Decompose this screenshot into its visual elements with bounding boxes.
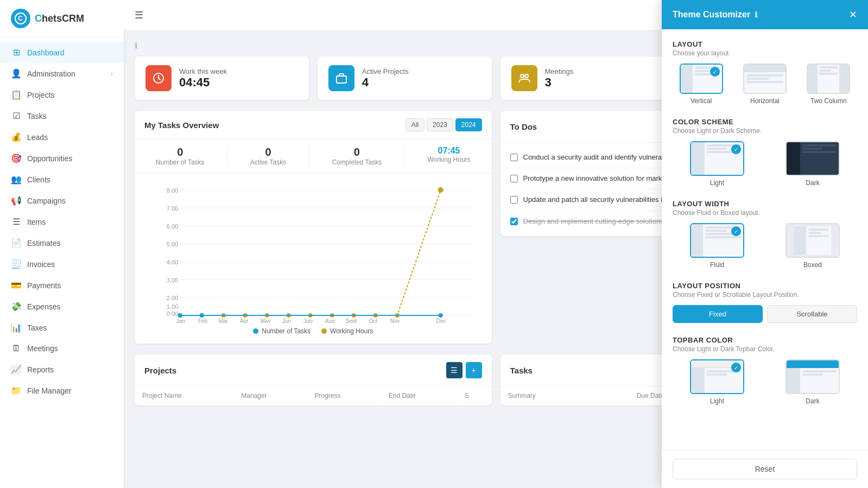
filter-all-btn[interactable]: All: [406, 118, 425, 131]
sidebar-item-tasks[interactable]: ☑ Tasks: [0, 105, 124, 126]
layout-horizontal-label: Horizontal: [750, 97, 780, 105]
filter-buttons: All 2023 2024: [406, 118, 482, 131]
sidebar-item-meetings[interactable]: 🗓 Meetings: [0, 338, 124, 359]
reset-btn[interactable]: Reset: [673, 459, 857, 479]
topbar-dark-option[interactable]: Dark: [768, 359, 857, 405]
invoices-icon: 🧾: [11, 259, 22, 269]
sidebar-item-label: Opportunities: [27, 154, 72, 163]
sidebar-item-label: Leads: [27, 133, 48, 142]
theme-customizer: Theme Customizer ℹ ✕ LAYOUT Choose your …: [662, 0, 868, 488]
position-scrollable-btn[interactable]: Scrollable: [767, 305, 857, 323]
layout-twocol-label: Two Column: [810, 97, 847, 105]
sidebar-item-payments[interactable]: 💳 Payments: [0, 275, 124, 296]
width-fluid-label: Fluid: [710, 261, 724, 269]
col-end-date: End Date: [382, 388, 457, 404]
svg-text:7.00: 7.00: [167, 205, 178, 212]
stat-label: Work this week: [179, 67, 227, 75]
theme-header: Theme Customizer ℹ ✕: [662, 0, 868, 29]
topbar-color-desc: Choose Light or Dark Topbar Color.: [673, 345, 857, 353]
sidebar-item-invoices[interactable]: 🧾 Invoices: [0, 253, 124, 275]
num-tasks-label: Number of Tasks: [156, 159, 205, 166]
todo-checkbox-4[interactable]: [510, 218, 518, 225]
todo-checkbox-1[interactable]: [510, 154, 518, 161]
layout-vertical-option[interactable]: ✓ Vertical: [673, 64, 730, 105]
sidebar-item-label: Reports: [27, 365, 54, 374]
layout-position-desc: Choose Fixed or Scrollable Layout Positi…: [673, 291, 857, 299]
layout-horizontal-option[interactable]: Horizontal: [736, 64, 793, 105]
layout-vertical-label: Vertical: [690, 97, 712, 105]
theme-close-btn[interactable]: ✕: [849, 9, 857, 21]
sidebar-item-items[interactable]: ☰ Items: [0, 211, 124, 232]
meetings-icon: 🗓: [11, 344, 22, 353]
sidebar-item-label: Estimates: [27, 239, 60, 248]
work-timer-icon: [145, 65, 172, 91]
scheme-dark-thumb: [785, 141, 840, 176]
leads-icon: 💰: [11, 132, 22, 142]
active-tasks-value: 0: [250, 146, 286, 159]
stat-card-work-week-1: Work this week 04:45: [135, 56, 309, 100]
sidebar-item-projects[interactable]: 📋 Projects: [0, 84, 124, 105]
sidebar-item-clients[interactable]: 👥 Clients: [0, 169, 124, 190]
topbar-light-option[interactable]: ✓ Light: [673, 359, 762, 405]
todo-checkbox-2[interactable]: [510, 175, 518, 182]
theme-body: LAYOUT Choose your layout ✓: [662, 29, 868, 449]
stat-card-meetings: Meetings 3: [500, 56, 675, 100]
topbar-dark-thumb: [785, 359, 840, 394]
working-hours-label: Working Hours: [427, 156, 470, 163]
tasks-overview-card: My Tasks Overview All 2023 2024 0 Number…: [135, 111, 492, 344]
projects-list-btn[interactable]: ☰: [446, 362, 462, 378]
svg-text:Sept: Sept: [346, 318, 357, 323]
legend-dot-tasks: [253, 328, 258, 334]
legend-tasks-label: Number of Tasks: [262, 327, 311, 335]
svg-text:July: July: [303, 318, 313, 323]
sidebar-item-label: Dashboard: [27, 48, 65, 57]
sidebar-item-file-manager[interactable]: 📁 File Manager: [0, 380, 124, 401]
working-hours-value: 07:45: [427, 146, 470, 156]
width-boxed-option[interactable]: Boxed: [768, 223, 857, 269]
position-fixed-btn[interactable]: Fixed: [673, 305, 763, 323]
sidebar-item-dashboard[interactable]: ⊞ Dashboard: [0, 42, 124, 63]
dashboard-icon: ⊞: [11, 47, 22, 58]
sidebar-item-campaigns[interactable]: 📢 Campaigns: [0, 190, 124, 211]
sidebar-item-taxes[interactable]: 📊 Taxes: [0, 317, 124, 338]
sidebar-item-opportunities[interactable]: 🎯 Opportunities: [0, 148, 124, 169]
svg-point-38: [439, 313, 443, 318]
logo[interactable]: C ChetsCRM: [0, 0, 124, 37]
svg-point-5: [525, 74, 528, 78]
stat-value: 04:45: [179, 75, 227, 90]
layout-twocol-option[interactable]: Two Column: [800, 64, 857, 105]
svg-text:4.00: 4.00: [167, 259, 178, 265]
svg-text:6.00: 6.00: [167, 223, 178, 230]
color-scheme-desc: Choose Light or Dark Scheme.: [673, 127, 857, 135]
svg-text:Aug: Aug: [325, 318, 335, 323]
expenses-icon: 💸: [11, 301, 22, 312]
legend-tasks: Number of Tasks: [253, 327, 311, 335]
add-project-btn[interactable]: +: [466, 362, 482, 378]
check-icon: ✓: [731, 363, 741, 372]
filter-2024-btn[interactable]: 2024: [455, 118, 482, 131]
layout-width-section: LAYOUT WIDTH Choose Fluid or Boxed layou…: [673, 200, 857, 269]
sidebar-item-administration[interactable]: 👤 Administration ›: [0, 63, 124, 84]
layout-horizontal-thumb: [743, 64, 787, 94]
logo-text: ChetsCRM: [35, 13, 84, 24]
chart-legend: Number of Tasks Working Hours: [143, 323, 483, 335]
scheme-light-option[interactable]: ✓ Light: [673, 141, 762, 187]
filter-2023-btn[interactable]: 2023: [427, 118, 453, 131]
theme-info-icon[interactable]: ℹ: [755, 10, 757, 19]
sidebar-item-leads[interactable]: 💰 Leads: [0, 126, 124, 148]
scheme-dark-option[interactable]: Dark: [768, 141, 857, 187]
sidebar-item-reports[interactable]: 📈 Reports: [0, 359, 124, 380]
theme-title: Theme Customizer ℹ: [673, 10, 757, 20]
sidebar-item-estimates[interactable]: 📄 Estimates: [0, 232, 124, 253]
svg-text:Jan: Jan: [176, 318, 185, 323]
svg-text:0.00: 0.00: [167, 310, 178, 317]
svg-text:C: C: [18, 15, 23, 22]
working-hours-stat: 07:45 Working Hours: [427, 146, 470, 166]
sidebar-item-label: Campaigns: [27, 197, 66, 205]
sidebar-item-expenses[interactable]: 💸 Expenses: [0, 296, 124, 317]
position-options: Fixed Scrollable: [673, 305, 857, 323]
width-boxed-label: Boxed: [803, 261, 822, 269]
width-fluid-option[interactable]: ✓ Fluid: [673, 223, 762, 269]
hamburger-menu[interactable]: ☰: [135, 9, 143, 21]
todo-checkbox-3[interactable]: [510, 196, 518, 204]
